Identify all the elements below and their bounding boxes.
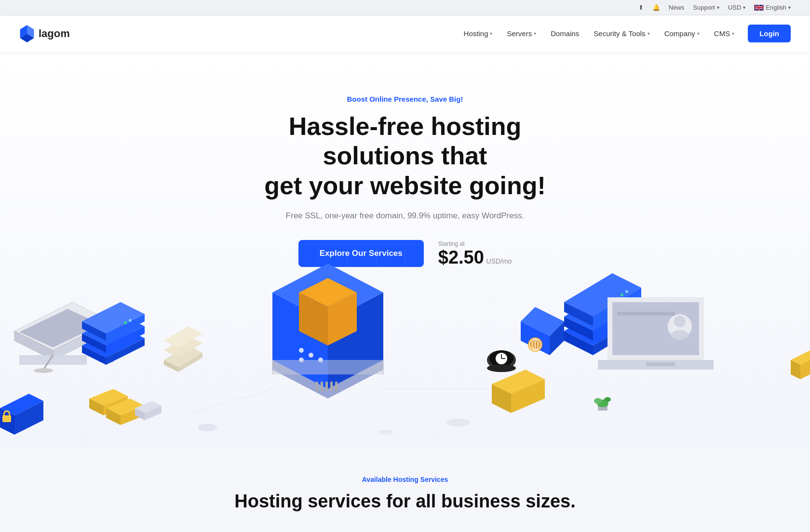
svg-point-98 <box>487 364 516 372</box>
svg-rect-85 <box>646 362 675 366</box>
svg-rect-88 <box>617 328 665 331</box>
topbar-support[interactable]: Support ▾ <box>693 4 719 11</box>
svg-marker-72 <box>564 331 593 355</box>
hero-illustration <box>0 244 810 447</box>
nav-servers[interactable]: Servers ▾ <box>501 26 542 41</box>
svg-marker-61 <box>492 370 545 394</box>
svg-marker-5 <box>14 302 111 350</box>
svg-rect-59 <box>330 382 333 391</box>
svg-marker-31 <box>164 336 202 358</box>
svg-marker-28 <box>164 346 202 367</box>
price-unit: USD/mo <box>486 257 512 265</box>
section-title: Hosting services for all business sizes. <box>19 491 791 512</box>
hero-section: Boost Online Presence, Save Big! Hassle-… <box>0 52 810 447</box>
chevron-down-icon: ▾ <box>534 31 536 36</box>
svg-point-11 <box>34 368 53 373</box>
svg-marker-42 <box>272 264 383 321</box>
hero-subtitle: Free SSL, one-year free domain, 99.9% up… <box>286 211 525 221</box>
svg-rect-87 <box>617 320 661 323</box>
bell-icon: 🔔 <box>652 4 660 11</box>
svg-rect-89 <box>617 336 656 339</box>
svg-point-101 <box>594 398 602 404</box>
svg-point-80 <box>625 290 628 293</box>
svg-rect-58 <box>325 382 328 391</box>
svg-marker-108 <box>791 360 800 379</box>
svg-marker-40 <box>135 408 145 420</box>
nav-hosting[interactable]: Hosting ▾ <box>458 26 499 41</box>
topbar-news[interactable]: News <box>669 4 685 11</box>
svg-marker-18 <box>106 338 145 365</box>
svg-point-70 <box>532 339 538 350</box>
nav-security[interactable]: Security & Tools ▾ <box>588 26 655 41</box>
svg-marker-20 <box>82 333 106 353</box>
uk-flag-icon <box>754 4 764 11</box>
svg-marker-32 <box>164 326 202 348</box>
svg-marker-23 <box>82 321 106 341</box>
logo-text: lagom <box>39 27 70 40</box>
svg-marker-17 <box>82 346 106 365</box>
svg-marker-65 <box>521 321 550 355</box>
svg-marker-33 <box>89 389 128 406</box>
svg-marker-6 <box>14 331 53 360</box>
nav-cms[interactable]: CMS ▾ <box>708 26 740 41</box>
section-badge: Available Hosting Services <box>19 476 791 483</box>
svg-marker-47 <box>328 293 357 346</box>
hero-title: Hassle-free hosting solutions that get y… <box>236 112 574 200</box>
isometric-scene-svg <box>0 244 810 447</box>
chevron-down-icon: ▾ <box>732 31 734 36</box>
price-display: $2.50 USD/mo <box>438 248 512 266</box>
login-button[interactable]: Login <box>748 25 791 42</box>
topbar-bell[interactable]: 🔔 <box>652 4 660 11</box>
svg-marker-71 <box>564 302 641 346</box>
share-icon: ⬆ <box>638 4 644 11</box>
price-amount: $2.50 <box>438 247 484 267</box>
svg-rect-4 <box>0 244 810 447</box>
svg-rect-99 <box>598 403 608 411</box>
chevron-down-icon: ▾ <box>697 31 700 36</box>
hero-tagline: Boost Online Presence, Save Big! <box>347 95 463 103</box>
nav-company[interactable]: Company ▾ <box>659 26 705 41</box>
svg-marker-63 <box>511 379 545 413</box>
topbar-share[interactable]: ⬆ <box>638 4 644 11</box>
svg-point-67 <box>528 337 542 352</box>
topbar-currency[interactable]: USD ▾ <box>728 4 745 11</box>
chevron-down-icon: ▾ <box>743 5 745 10</box>
nav-domains[interactable]: Domains <box>545 26 585 41</box>
topbar-language[interactable]: English ▾ <box>754 4 791 11</box>
logo[interactable]: lagom <box>19 25 70 42</box>
svg-point-111 <box>378 430 393 435</box>
hero-actions: Explore Our Services Starting at $2.50 U… <box>298 240 512 267</box>
svg-marker-77 <box>564 273 641 317</box>
chevron-down-icon: ▾ <box>717 5 719 10</box>
price-label: Starting at <box>438 240 512 247</box>
svg-marker-74 <box>564 288 641 331</box>
svg-marker-53 <box>272 360 383 374</box>
explore-button[interactable]: Explore Our Services <box>298 240 424 267</box>
svg-marker-52 <box>272 360 383 399</box>
svg-rect-56 <box>316 382 318 391</box>
svg-marker-73 <box>593 317 641 355</box>
svg-marker-41 <box>145 406 162 420</box>
svg-point-48 <box>299 348 304 353</box>
svg-point-51 <box>299 358 304 362</box>
svg-rect-12 <box>104 355 113 362</box>
svg-point-112 <box>446 419 470 426</box>
svg-point-90 <box>668 314 692 338</box>
svg-marker-66 <box>550 321 564 355</box>
svg-marker-75 <box>564 317 593 341</box>
svg-rect-86 <box>617 312 675 316</box>
svg-rect-60 <box>335 382 338 391</box>
svg-rect-57 <box>321 382 323 391</box>
svg-point-15 <box>110 349 117 354</box>
svg-marker-16 <box>82 326 145 358</box>
nav-links: Hosting ▾ Servers ▾ Domains Security & T… <box>458 25 791 42</box>
price-block: Starting at $2.50 USD/mo <box>438 240 512 266</box>
svg-marker-21 <box>106 326 145 353</box>
svg-marker-35 <box>104 396 128 415</box>
navbar: lagom Hosting ▾ Servers ▾ Domains Securi… <box>0 15 810 52</box>
svg-marker-43 <box>272 293 328 389</box>
svg-marker-45 <box>299 278 357 307</box>
svg-marker-82 <box>608 297 704 360</box>
chevron-down-icon: ▾ <box>788 5 791 10</box>
svg-rect-106 <box>2 415 11 422</box>
